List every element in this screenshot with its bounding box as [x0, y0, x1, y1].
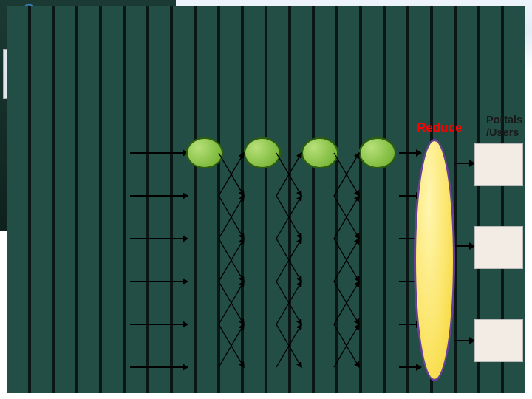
map-node	[301, 137, 338, 168]
map-column	[353, 137, 402, 396]
portal-image	[474, 319, 523, 362]
arrow-icon	[399, 152, 421, 154]
arrow-icon	[455, 340, 474, 341]
slide: Map.Reduce “File/Data Repository” Parall…	[0, 0, 532, 399]
arrow-icon	[455, 163, 474, 164]
portals-label: Portals /Users	[486, 114, 529, 138]
map-column	[238, 137, 287, 396]
map-node	[244, 137, 281, 168]
portal-image	[474, 226, 523, 269]
mapreduce-diagram	[176, 137, 402, 396]
map-node	[359, 137, 396, 168]
arrow-icon	[399, 366, 421, 368]
map-column	[296, 137, 344, 396]
arrow-icon	[455, 245, 474, 247]
map-column	[180, 137, 229, 396]
portal-image	[474, 143, 523, 186]
reduce-label: Reduce	[417, 120, 462, 135]
reduce-ellipse	[414, 139, 455, 381]
map-node	[186, 137, 223, 168]
